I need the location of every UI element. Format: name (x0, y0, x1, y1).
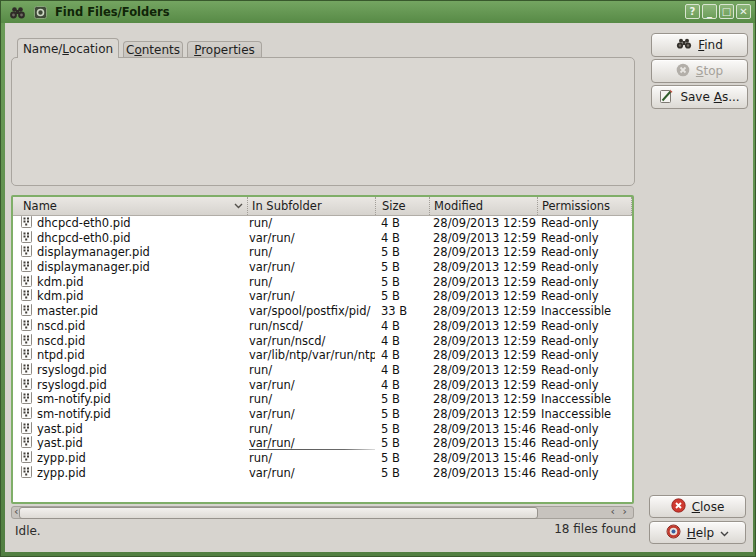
file-size: 5 B (375, 422, 429, 437)
tab-contents[interactable]: Contents (123, 41, 183, 58)
file-icon (21, 334, 32, 349)
save-as-button-label: Save As... (680, 90, 739, 104)
binoculars-icon (676, 38, 692, 52)
file-subfolder: run/ (249, 363, 272, 378)
table-row[interactable]: displaymanager.pid run/ 5 B 28/09/2013 1… (13, 245, 632, 260)
close-button[interactable]: Close (649, 495, 746, 518)
table-row[interactable]: rsyslogd.pid var/run/ 4 B 28/09/2013 12:… (13, 378, 632, 393)
file-size: 5 B (375, 407, 429, 422)
file-icon (21, 348, 32, 363)
save-as-button[interactable]: Save As... (651, 85, 748, 109)
column-header-subfolder[interactable]: In Subfolder (247, 197, 375, 215)
table-row[interactable]: master.pid var/spool/postfix/pid/ 33 B 2… (13, 304, 632, 319)
table-row[interactable]: ntpd.pid var/lib/ntp/var/run/ntp/ 4 B 28… (13, 348, 632, 363)
scroll-right-icon[interactable]: › (623, 505, 627, 518)
table-row[interactable]: yast.pid var/run/ 5 B 28/09/2013 15:46 R… (13, 436, 632, 451)
file-modified: 28/09/2013 15:46 (429, 422, 537, 437)
file-name: zypp.pid (37, 466, 86, 481)
table-row[interactable]: zypp.pid run/ 5 B 28/09/2013 15:46 Read-… (13, 451, 632, 466)
window-minimize-button[interactable]: _ (702, 4, 717, 19)
file-subfolder-cell: var/run/ (247, 231, 375, 246)
window-close-button[interactable]: ✕ (736, 4, 751, 19)
app-badge-icon (34, 6, 47, 19)
file-name: rsyslogd.pid (37, 363, 107, 378)
table-row[interactable]: sm-notify.pid run/ 5 B 28/09/2013 12:59 … (13, 392, 632, 407)
file-subfolder-cell: var/run/ (247, 407, 375, 422)
file-subfolder: var/run/nscd/ (249, 334, 325, 349)
file-name: dhcpcd-eth0.pid (37, 231, 131, 246)
titlebar[interactable]: Find Files/Folders ? _ □ ✕ (1, 1, 756, 23)
file-subfolder: var/run/ (249, 378, 295, 393)
close-button-label: Close (692, 500, 725, 514)
file-subfolder: var/run/ (249, 407, 295, 422)
file-name: master.pid (37, 304, 98, 319)
file-subfolder: run/ (249, 451, 272, 466)
file-permissions: Read-only (537, 451, 632, 466)
table-row[interactable]: sm-notify.pid var/run/ 5 B 28/09/2013 12… (13, 407, 632, 422)
column-header-size[interactable]: Size (375, 197, 429, 215)
file-subfolder: var/run/ (249, 289, 295, 304)
file-modified: 28/09/2013 12:59 (429, 216, 537, 231)
binoculars-icon (9, 6, 26, 19)
find-button[interactable]: Find (651, 33, 748, 57)
file-permissions: Read-only (537, 289, 632, 304)
table-row[interactable]: displaymanager.pid var/run/ 5 B 28/09/20… (13, 260, 632, 275)
file-name: zypp.pid (37, 451, 86, 466)
file-icon (21, 260, 32, 275)
file-size: 5 B (375, 275, 429, 290)
file-icon (21, 319, 32, 334)
tab-properties[interactable]: Properties (187, 41, 262, 58)
column-header-modified[interactable]: Modified (429, 197, 537, 215)
table-row[interactable]: zypp.pid var/run/ 5 B 28/09/2013 15:46 R… (13, 466, 632, 481)
file-icon (21, 231, 32, 246)
help-button[interactable]: Help (649, 521, 746, 544)
table-row[interactable]: dhcpcd-eth0.pid var/run/ 4 B 28/09/2013 … (13, 231, 632, 246)
file-icon (21, 304, 32, 319)
table-header: Name In Subfolder Size Modified Permissi… (13, 197, 632, 216)
file-size: 5 B (375, 392, 429, 407)
find-files-window: Find Files/Folders ? _ □ ✕ Name/Location… (0, 0, 756, 557)
stop-button: Stop (651, 59, 748, 83)
file-modified: 28/09/2013 12:59 (429, 407, 537, 422)
file-modified: 28/09/2013 12:59 (429, 348, 537, 363)
file-icon (21, 289, 32, 304)
file-size: 4 B (375, 363, 429, 378)
file-subfolder: run/ (249, 245, 272, 260)
results-count: 18 files found (554, 522, 636, 536)
table-row[interactable]: kdm.pid var/run/ 5 B 28/09/2013 12:59 Re… (13, 289, 632, 304)
column-header-name[interactable]: Name (13, 197, 247, 215)
window-help-button[interactable]: ? (685, 4, 700, 19)
table-row[interactable]: rsyslogd.pid run/ 4 B 28/09/2013 12:59 R… (13, 363, 632, 378)
file-size: 5 B (375, 466, 429, 481)
find-button-label: Find (698, 38, 723, 52)
horizontal-scrollbar[interactable]: ‹ ‹ › (11, 506, 634, 519)
file-modified: 28/09/2013 12:59 (429, 260, 537, 275)
file-subfolder-cell: var/run/ (247, 289, 375, 304)
table-row[interactable]: kdm.pid run/ 5 B 28/09/2013 12:59 Read-o… (13, 275, 632, 290)
scrollbar-thumb[interactable] (19, 507, 538, 519)
file-modified: 28/09/2013 12:59 (429, 334, 537, 349)
table-row[interactable]: yast.pid run/ 5 B 28/09/2013 15:46 Read-… (13, 422, 632, 437)
column-header-permissions[interactable]: Permissions (537, 197, 632, 215)
file-icon (21, 378, 32, 393)
window-maximize-button[interactable]: □ (719, 4, 734, 19)
scroll-left-icon[interactable]: ‹ (611, 505, 615, 518)
file-modified: 28/09/2013 15:46 (429, 466, 537, 481)
file-modified: 28/09/2013 15:46 (429, 451, 537, 466)
file-name-cell: dhcpcd-eth0.pid (13, 216, 247, 231)
file-permissions: Read-only (537, 466, 632, 481)
scroll-left-icon[interactable]: ‹ (14, 505, 18, 518)
file-modified: 28/09/2013 12:59 (429, 231, 537, 246)
table-row[interactable]: dhcpcd-eth0.pid run/ 4 B 28/09/2013 12:5… (13, 216, 632, 231)
file-icon (21, 216, 32, 231)
tab-name-location[interactable]: Name/Location (17, 38, 119, 58)
file-name-cell: sm-notify.pid (13, 392, 247, 407)
file-size: 5 B (375, 289, 429, 304)
file-permissions: Inaccessible (537, 304, 632, 319)
file-subfolder-cell: run/ (247, 451, 375, 466)
table-row[interactable]: nscd.pid run/nscd/ 4 B 28/09/2013 12:59 … (13, 319, 632, 334)
file-permissions: Read-only (537, 260, 632, 275)
file-name-cell: kdm.pid (13, 275, 247, 290)
table-row[interactable]: nscd.pid var/run/nscd/ 4 B 28/09/2013 12… (13, 334, 632, 349)
file-subfolder-cell: var/run/ (247, 260, 375, 275)
